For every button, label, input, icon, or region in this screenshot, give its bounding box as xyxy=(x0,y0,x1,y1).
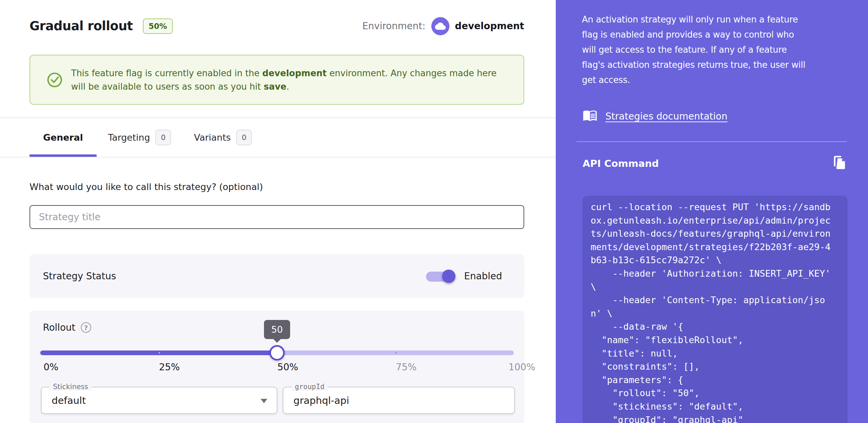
strategy-status-card: Strategy Status Enabled xyxy=(30,254,524,298)
tab-targeting-label: Targeting xyxy=(108,132,150,143)
groupid-field: groupId xyxy=(283,387,515,414)
alert-text-part: . xyxy=(286,82,289,92)
strategy-edit-panel: Gradual rollout 50% Environment: develop… xyxy=(0,0,556,423)
chevron-down-icon xyxy=(260,399,267,403)
tab-targeting[interactable]: Targeting 0 xyxy=(97,118,182,157)
targeting-count-badge: 0 xyxy=(155,130,171,145)
title-group: Gradual rollout 50% xyxy=(30,19,173,34)
curl-command: curl --location --request PUT 'https://s… xyxy=(591,200,839,423)
page-header: Gradual rollout 50% Environment: develop… xyxy=(30,10,524,42)
strategy-title-question: What would you like to call this strateg… xyxy=(30,181,263,192)
book-icon xyxy=(583,108,597,124)
tab-variants-label: Variants xyxy=(194,132,231,143)
api-command-header: API Command xyxy=(583,153,847,174)
toggle-knob xyxy=(442,270,456,283)
api-command-title: API Command xyxy=(583,158,659,169)
docs-link-row: Strategies documentation xyxy=(583,108,727,124)
copy-icon xyxy=(832,156,847,172)
stickiness-select[interactable]: Stickiness default xyxy=(41,387,277,414)
strategies-documentation-link[interactable]: Strategies documentation xyxy=(606,111,727,122)
groupid-input[interactable] xyxy=(283,388,514,413)
api-command-code: curl --location --request PUT 'https://s… xyxy=(583,196,847,423)
slider-label-75: 75% xyxy=(396,362,416,373)
alert-env-bold: development xyxy=(262,68,327,78)
slider-label-0: 0% xyxy=(43,362,58,373)
cloud-icon xyxy=(431,17,450,35)
tab-general[interactable]: General xyxy=(30,118,97,157)
rollout-percentage-badge: 50% xyxy=(143,19,173,34)
strategy-status-value: Enabled xyxy=(464,271,502,282)
rollout-card: Rollout ? 50 0% 25% 50% 75% 100% xyxy=(30,311,524,423)
slider-label-25: 25% xyxy=(159,362,180,373)
alert-message: This feature flag is currently enabled i… xyxy=(71,66,524,93)
slider-scale: 0% 25% 50% 75% 100% xyxy=(30,362,524,375)
strategy-status-control: Enabled xyxy=(426,269,502,284)
rollout-label: Rollout xyxy=(43,322,75,333)
environment-label: Environment: xyxy=(362,21,425,32)
divider xyxy=(577,141,847,142)
slider-value-tooltip: 50 xyxy=(264,320,290,339)
rollout-slider[interactable] xyxy=(40,350,514,355)
help-icon[interactable]: ? xyxy=(81,322,91,333)
slider-label-50: 50% xyxy=(277,362,298,373)
unleash-strategy-edit-screen: Gradual rollout 50% Environment: develop… xyxy=(0,0,868,423)
slider-thumb[interactable] xyxy=(269,345,285,361)
tab-variants[interactable]: Variants 0 xyxy=(182,118,263,157)
strategy-tabs: General Targeting 0 Variants 0 xyxy=(30,118,263,157)
alert-save-bold: save xyxy=(264,82,286,92)
enabled-alert: This feature flag is currently enabled i… xyxy=(30,55,524,105)
slider-tooltip-value: 50 xyxy=(271,324,283,335)
environment-indicator: Environment: development xyxy=(362,17,524,35)
activation-strategy-description: An activation strategy will only run whe… xyxy=(582,12,854,88)
tab-general-label: General xyxy=(43,132,83,143)
rollout-header: Rollout ? xyxy=(43,322,91,333)
environment-name: development xyxy=(455,21,524,32)
check-circle-icon xyxy=(46,72,63,88)
slider-tick-25 xyxy=(159,352,160,354)
strategy-title-input[interactable] xyxy=(30,205,524,229)
strategy-status-toggle[interactable] xyxy=(426,269,456,284)
divider xyxy=(0,157,556,158)
variants-count-badge: 0 xyxy=(236,130,252,145)
page-title: Gradual rollout xyxy=(30,19,133,33)
strategy-help-sidebar: An activation strategy will only run whe… xyxy=(556,0,868,423)
copy-button[interactable] xyxy=(832,156,847,172)
strategy-status-label: Strategy Status xyxy=(43,271,116,282)
stickiness-value: default xyxy=(52,388,86,413)
slider-label-100: 100% xyxy=(508,362,535,373)
slider-tick-75 xyxy=(396,352,397,354)
alert-text-part: This feature flag is currently enabled i… xyxy=(71,68,262,78)
